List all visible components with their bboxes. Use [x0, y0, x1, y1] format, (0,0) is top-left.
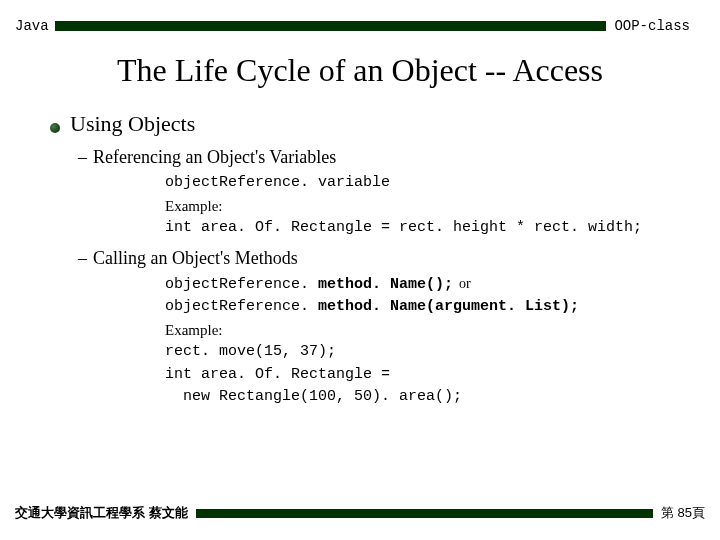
example-code: rect. move(15, 37); [165, 341, 670, 364]
syntax-bold: method. Name(argument. List); [318, 298, 579, 315]
dash-icon: – [78, 248, 87, 268]
header-bar [55, 21, 607, 31]
level2-text: Calling an Object's Methods [93, 248, 298, 268]
bullet-level2: –Referencing an Object's Variables [78, 147, 670, 168]
syntax-prefix: objectReference. [165, 276, 318, 293]
slide-header: Java OOP-class [0, 0, 720, 34]
header-left-label: Java [15, 18, 49, 34]
code-block: objectReference. variable Example: int a… [165, 172, 670, 240]
dash-icon: – [78, 147, 87, 167]
level1-text: Using Objects [70, 111, 195, 137]
slide-title: The Life Cycle of an Object -- Access [0, 52, 720, 89]
syntax-line: objectReference. variable [165, 172, 670, 195]
bullet-level1: Using Objects [50, 111, 670, 137]
level2-text: Referencing an Object's Variables [93, 147, 336, 167]
example-code: int area. Of. Rectangle = [165, 364, 670, 387]
slide-content: Using Objects –Referencing an Object's V… [0, 111, 720, 409]
syntax-line: objectReference. method. Name();or [165, 273, 670, 297]
syntax-line: objectReference. method. Name(argument. … [165, 296, 670, 319]
code-block: objectReference. method. Name();or objec… [165, 273, 670, 409]
example-label: Example: [165, 195, 670, 218]
or-text: or [459, 276, 471, 291]
footer-bar [196, 509, 653, 518]
syntax-bold: method. Name(); [318, 276, 453, 293]
example-code: new Rectangle(100, 50). area(); [165, 386, 670, 409]
syntax-prefix: objectReference. [165, 298, 318, 315]
footer-left-text: 交通大學資訊工程學系 蔡文能 [15, 504, 188, 522]
example-code: int area. Of. Rectangle = rect. height *… [165, 217, 670, 240]
example-label: Example: [165, 319, 670, 342]
bullet-icon [50, 123, 60, 133]
bullet-level2: –Calling an Object's Methods [78, 248, 670, 269]
slide-footer: 交通大學資訊工程學系 蔡文能 第 85頁 [0, 504, 720, 522]
header-right-label: OOP-class [614, 18, 690, 34]
page-number: 第 85頁 [661, 504, 705, 522]
